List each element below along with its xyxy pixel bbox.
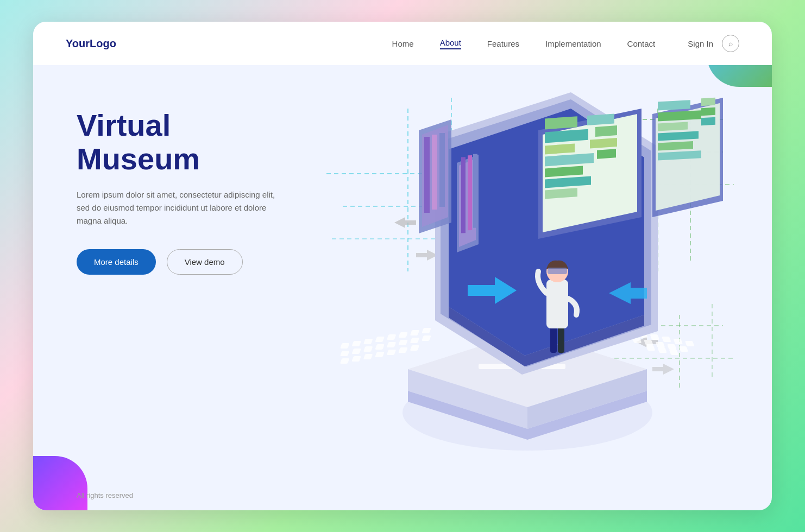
nav-implementation[interactable]: Implementation xyxy=(545,39,601,48)
svg-rect-55 xyxy=(657,347,667,353)
svg-rect-39 xyxy=(410,338,420,343)
svg-rect-78 xyxy=(548,268,567,274)
nav-features[interactable]: Features xyxy=(487,39,519,48)
svg-rect-46 xyxy=(340,358,350,364)
svg-rect-25 xyxy=(410,330,420,335)
page-wrapper: YourLogo Home About Features Implementat… xyxy=(33,22,772,510)
svg-rect-50 xyxy=(387,350,397,355)
svg-rect-38 xyxy=(398,340,408,345)
svg-rect-24 xyxy=(398,332,408,338)
svg-rect-36 xyxy=(375,344,385,350)
svg-rect-48 xyxy=(363,354,373,359)
svg-rect-37 xyxy=(387,342,397,347)
svg-rect-33 xyxy=(340,351,350,356)
svg-rect-56 xyxy=(669,350,679,355)
svg-rect-34 xyxy=(351,349,361,354)
svg-rect-60 xyxy=(473,154,477,228)
svg-rect-35 xyxy=(363,346,373,352)
svg-rect-51 xyxy=(398,347,408,353)
svg-rect-90 xyxy=(701,117,715,125)
svg-rect-74 xyxy=(550,326,557,353)
svg-rect-80 xyxy=(432,135,437,210)
svg-rect-31 xyxy=(673,339,683,344)
svg-rect-61 xyxy=(545,116,577,129)
svg-rect-75 xyxy=(558,326,564,353)
hero-title: Virtual Museum xyxy=(77,109,283,175)
sign-in-button[interactable]: Sign In xyxy=(688,39,713,48)
footer-text: All rights reserved xyxy=(77,491,133,499)
nav-about[interactable]: About xyxy=(440,38,461,49)
search-icon: ⌕ xyxy=(728,39,733,48)
hero-content: Virtual Museum Lorem ipsum dolor sit ame… xyxy=(33,65,316,484)
footer: All rights reserved xyxy=(77,491,133,499)
svg-rect-44 xyxy=(667,344,677,350)
more-details-button[interactable]: More details xyxy=(77,249,156,275)
svg-rect-88 xyxy=(701,98,715,106)
nav: Home About Features Implementation Conta… xyxy=(392,38,656,49)
svg-rect-79 xyxy=(424,137,430,213)
hero-description: Lorem ipsum dolor sit amet, consectetur … xyxy=(77,188,283,227)
svg-rect-76 xyxy=(546,280,568,328)
svg-rect-49 xyxy=(375,352,385,357)
svg-rect-26 xyxy=(422,328,431,333)
svg-rect-58 xyxy=(461,157,466,233)
svg-rect-32 xyxy=(685,341,695,346)
svg-marker-15 xyxy=(416,250,438,261)
svg-rect-71 xyxy=(597,149,616,159)
svg-rect-68 xyxy=(587,113,614,125)
laptop-illustration xyxy=(299,65,745,484)
svg-rect-47 xyxy=(351,356,361,362)
svg-rect-29 xyxy=(650,334,660,340)
main-content: Virtual Museum Lorem ipsum dolor sit ame… xyxy=(33,65,772,484)
svg-rect-21 xyxy=(363,339,373,344)
svg-rect-54 xyxy=(646,345,656,351)
svg-rect-40 xyxy=(422,335,431,341)
nav-home[interactable]: Home xyxy=(392,39,414,48)
svg-rect-45 xyxy=(679,346,689,352)
svg-rect-69 xyxy=(595,125,617,137)
search-button[interactable]: ⌕ xyxy=(722,35,739,52)
header-actions: Sign In ⌕ xyxy=(688,35,739,52)
svg-rect-89 xyxy=(701,107,715,116)
svg-rect-23 xyxy=(387,334,397,340)
svg-rect-20 xyxy=(351,341,361,346)
svg-rect-82 xyxy=(658,100,690,110)
hero-illustration xyxy=(316,65,772,484)
hero-buttons: More details View demo xyxy=(77,249,283,275)
logo: YourLogo xyxy=(66,37,116,50)
svg-rect-30 xyxy=(662,337,671,342)
svg-rect-59 xyxy=(468,155,472,230)
svg-rect-19 xyxy=(340,343,350,349)
svg-rect-81 xyxy=(439,133,445,207)
svg-rect-22 xyxy=(375,337,385,342)
svg-rect-52 xyxy=(410,345,420,351)
nav-contact[interactable]: Contact xyxy=(627,39,656,48)
view-demo-button[interactable]: View demo xyxy=(167,249,243,275)
svg-rect-84 xyxy=(658,122,688,131)
svg-rect-43 xyxy=(656,342,665,347)
svg-marker-14 xyxy=(394,217,416,228)
svg-marker-17 xyxy=(652,364,674,375)
header: YourLogo Home About Features Implementat… xyxy=(33,22,772,65)
